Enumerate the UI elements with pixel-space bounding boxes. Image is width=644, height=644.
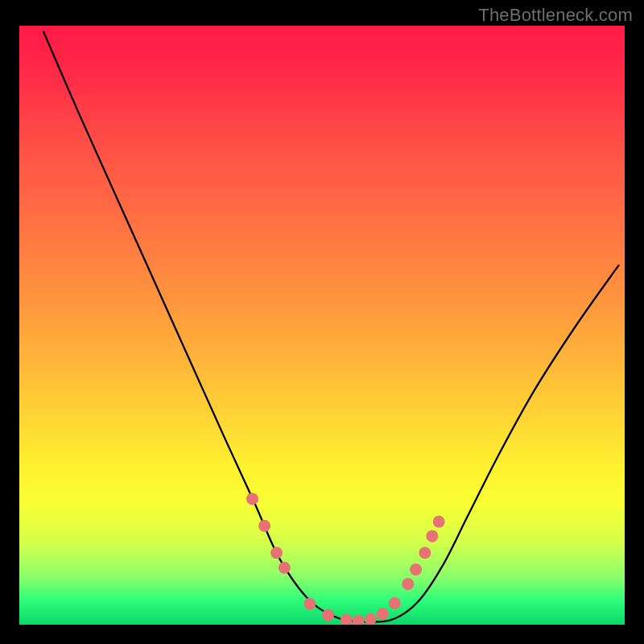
scatter-point [270,547,283,559]
scatter-point [341,614,353,625]
scatter-point [303,597,316,609]
scatter-point [246,493,258,505]
chart-frame: TheBottleneck.com [0,0,644,644]
plot-area [19,26,625,625]
scatter-point [279,562,291,574]
watermark-text: TheBottleneck.com [478,5,633,26]
scatter-point [377,608,389,620]
scatter-point [322,609,334,621]
scatter-point [426,530,438,542]
scatter-point [410,564,422,576]
bottleneck-curve [43,31,618,621]
scatter-point [419,547,431,559]
scatter-point [389,597,401,609]
scatter-point [433,516,445,528]
chart-svg [19,26,625,625]
scatter-point [402,578,414,590]
scatter-point [365,613,377,625]
scatter-point [258,520,270,532]
scatter-point [353,615,365,625]
